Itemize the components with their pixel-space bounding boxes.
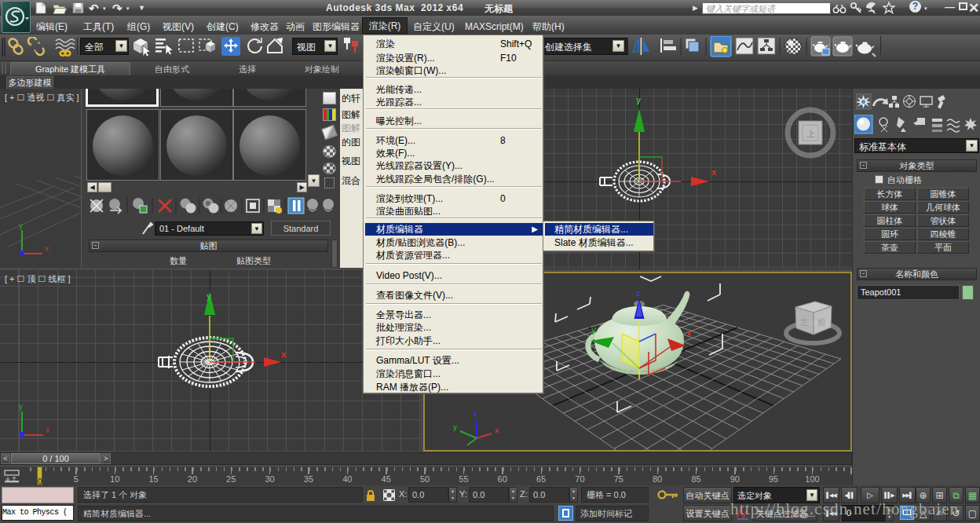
svg-text:y: y bbox=[453, 423, 457, 431]
svg-text:前: 前 bbox=[817, 317, 826, 327]
svg-text:y: y bbox=[19, 402, 23, 411]
svg-text:z: z bbox=[636, 289, 641, 298]
svg-text:y: y bbox=[207, 291, 212, 301]
svg-text:y: y bbox=[636, 95, 642, 104]
svg-text:x: x bbox=[711, 167, 717, 177]
svg-text:x: x bbox=[495, 426, 499, 434]
svg-text:x: x bbox=[281, 349, 287, 359]
svg-text:y: y bbox=[591, 325, 597, 335]
svg-text:上: 上 bbox=[806, 129, 815, 138]
svg-text:x: x bbox=[45, 244, 49, 253]
svg-text:y: y bbox=[19, 221, 23, 230]
svg-text:x: x bbox=[686, 328, 692, 338]
svg-text:z: z bbox=[474, 409, 477, 417]
svg-text:左: 左 bbox=[800, 317, 809, 327]
svg-text:x: x bbox=[46, 426, 49, 434]
